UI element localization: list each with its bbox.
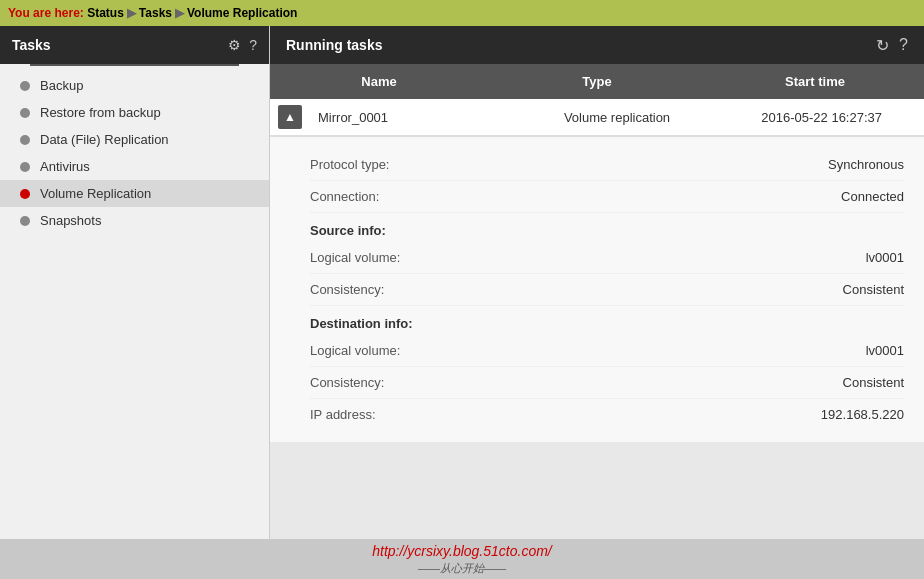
detail-ip-address: IP address: 192.168.5.220 [310,399,904,430]
content-help-icon[interactable]: ? [899,36,908,55]
sidebar-item-backup[interactable]: Backup [0,72,269,99]
sidebar-label-restore: Restore from backup [40,105,161,120]
task-type: Volume replication [515,110,720,125]
sidebar-help-icon[interactable]: ? [249,37,257,53]
breadcrumb-arrow-2: ▶ [175,6,184,20]
content-header-icons: ↻ ? [876,36,908,55]
dest-logical-volume-label: Logical volume: [310,343,400,358]
breadcrumb-tasks: Tasks [139,6,172,20]
ip-address-label: IP address: [310,407,376,422]
sidebar-header: Tasks ⚙ ? [0,26,269,64]
detail-dest-logical-volume: Logical volume: lv0001 [310,335,904,367]
watermark-sub: ——从心开始—— [372,561,551,576]
sidebar-label-volume-replication: Volume Replication [40,186,151,201]
connection-value: Connected [841,189,904,204]
dest-info-header: Destination info: [310,306,904,335]
sidebar-dot-snapshots [20,216,30,226]
expand-icon: ▲ [278,105,302,129]
col-header-type: Type [488,70,706,93]
detail-connection: Connection: Connected [310,181,904,213]
detail-source-consistency: Consistency: Consistent [310,274,904,306]
col-header-name: Name [270,70,488,93]
ip-address-value: 192.168.5.220 [821,407,904,422]
task-name: Mirror_0001 [310,110,515,125]
table-row: ▲ Mirror_0001 Volume replication 2016-05… [270,99,924,136]
table-header: Name Type Start time [270,64,924,99]
bottom-bar: http://ycrsixy.blog.51cto.com/ ——从心开始—— [0,539,924,579]
sidebar-dot-volume-replication [20,189,30,199]
sidebar-item-antivirus[interactable]: Antivirus [0,153,269,180]
breadcrumb-you: You are here: [8,6,84,20]
dest-consistency-label: Consistency: [310,375,384,390]
sidebar-label-backup: Backup [40,78,83,93]
content-header: Running tasks ↻ ? [270,26,924,64]
sidebar-label-data-replication: Data (File) Replication [40,132,169,147]
source-consistency-label: Consistency: [310,282,384,297]
sidebar-header-icons: ⚙ ? [228,37,257,53]
content-title: Running tasks [286,37,382,53]
col-header-start-time: Start time [706,70,924,93]
protocol-type-label: Protocol type: [310,157,390,172]
detail-panel: Protocol type: Synchronous Connection: C… [270,136,924,442]
refresh-icon[interactable]: ↻ [876,36,889,55]
top-bar: You are here: Status ▶ Tasks ▶ Volume Re… [0,0,924,26]
sidebar-item-volume-replication[interactable]: Volume Replication [0,180,269,207]
breadcrumb-status: Status [87,6,124,20]
dest-logical-volume-value: lv0001 [866,343,904,358]
sidebar-dot-restore [20,108,30,118]
sidebar-dot-antivirus [20,162,30,172]
main-layout: Tasks ⚙ ? Backup Restore from backup Dat… [0,26,924,539]
watermark-text: http://ycrsixy.blog.51cto.com/ ——从心开始—— [372,543,551,576]
dest-consistency-value: Consistent [843,375,904,390]
connection-label: Connection: [310,189,379,204]
source-info-header: Source info: [310,213,904,242]
detail-dest-consistency: Consistency: Consistent [310,367,904,399]
task-start-time: 2016-05-22 16:27:37 [719,110,924,125]
breadcrumb-arrow-1: ▶ [127,6,136,20]
source-consistency-value: Consistent [843,282,904,297]
sidebar-item-data-replication[interactable]: Data (File) Replication [0,126,269,153]
sidebar-gear-icon[interactable]: ⚙ [228,37,241,53]
sidebar-label-antivirus: Antivirus [40,159,90,174]
sidebar-item-snapshots[interactable]: Snapshots [0,207,269,234]
watermark-url: http://ycrsixy.blog.51cto.com/ [372,543,551,559]
sidebar-dot-data-replication [20,135,30,145]
sidebar-items: Backup Restore from backup Data (File) R… [0,66,269,240]
breadcrumb-volume-replication: Volume Replication [187,6,297,20]
content-area: Running tasks ↻ ? Name Type Start time ▲… [270,26,924,539]
sidebar-item-restore[interactable]: Restore from backup [0,99,269,126]
detail-source-logical-volume: Logical volume: lv0001 [310,242,904,274]
sidebar-label-snapshots: Snapshots [40,213,101,228]
sidebar-title: Tasks [12,37,51,53]
sidebar: Tasks ⚙ ? Backup Restore from backup Dat… [0,26,270,539]
expand-button[interactable]: ▲ [270,105,310,129]
source-logical-volume-label: Logical volume: [310,250,400,265]
source-logical-volume-value: lv0001 [866,250,904,265]
detail-protocol-type: Protocol type: Synchronous [310,149,904,181]
protocol-type-value: Synchronous [828,157,904,172]
sidebar-dot-backup [20,81,30,91]
